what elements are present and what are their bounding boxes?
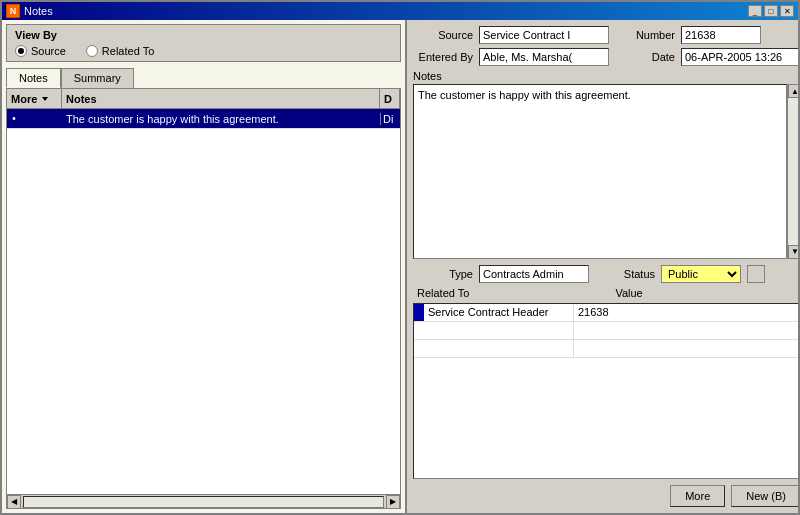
status-label: Status <box>595 268 655 280</box>
bottom-buttons: More New (B) <box>413 485 798 507</box>
radio-related-label: Related To <box>102 45 154 57</box>
view-by-label: View By <box>15 29 392 41</box>
table-row[interactable]: • The customer is happy with this agreem… <box>7 109 400 129</box>
radio-related-option[interactable]: Related To <box>86 45 154 57</box>
source-label: Source <box>413 29 473 41</box>
window-icon: N <box>6 4 20 18</box>
scroll-left-btn[interactable]: ◀ <box>7 495 21 509</box>
type-input[interactable] <box>479 265 589 283</box>
notes-vertical-scrollbar[interactable]: ▲ ▼ <box>787 84 798 259</box>
header-more: More <box>7 89 62 108</box>
entered-by-label: Entered By <box>413 51 473 63</box>
related-label-row: Related To Value <box>413 287 798 299</box>
number-label: Number <box>615 29 675 41</box>
horizontal-scrollbar[interactable]: ◀ ▶ <box>7 494 400 508</box>
related-col-name <box>424 340 574 357</box>
type-status-row: Type Status Public Private <box>413 265 798 283</box>
right-panel: Source Number Entered By Date Notes The … <box>407 20 798 513</box>
header-d: D <box>380 89 400 108</box>
radio-source-btn[interactable] <box>15 45 27 57</box>
left-panel: View By Source Related To Notes Summary <box>2 20 407 513</box>
more-chevron-icon <box>42 97 48 101</box>
related-col-name <box>424 322 574 339</box>
notes-list: More Notes D • The customer is happy wit… <box>6 88 401 509</box>
radio-group: Source Related To <box>15 45 392 57</box>
related-col-name: Service Contract Header <box>424 304 574 321</box>
notes-textarea[interactable]: The customer is happy with this agreemen… <box>413 84 787 259</box>
radio-related-btn[interactable] <box>86 45 98 57</box>
date-input[interactable] <box>681 48 798 66</box>
notes-window: N Notes _ □ ✕ View By Source <box>0 0 800 515</box>
type-label: Type <box>413 268 473 280</box>
scroll-up-btn[interactable]: ▲ <box>788 84 798 98</box>
related-row[interactable] <box>414 322 798 340</box>
minimize-button[interactable]: _ <box>748 5 762 17</box>
related-table-body: Service Contract Header 21638 <box>414 304 798 479</box>
scrollbar-track[interactable] <box>23 496 384 508</box>
close-button[interactable]: ✕ <box>780 5 794 17</box>
related-row[interactable]: Service Contract Header 21638 <box>414 304 798 322</box>
more-button[interactable]: More <box>670 485 725 507</box>
value-label: Value <box>615 287 798 299</box>
main-content: View By Source Related To Notes Summary <box>2 20 798 513</box>
status-extra-btn[interactable] <box>747 265 765 283</box>
notes-label: Notes <box>413 70 798 82</box>
list-header: More Notes D <box>7 89 400 109</box>
related-col-value <box>574 340 798 357</box>
restore-button[interactable]: □ <box>764 5 778 17</box>
related-to-label: Related To <box>417 287 469 299</box>
tab-notes[interactable]: Notes <box>6 68 61 88</box>
date-label: Date <box>615 51 675 63</box>
list-body: • The customer is happy with this agreem… <box>7 109 400 494</box>
scroll-down-btn[interactable]: ▼ <box>788 245 798 259</box>
entered-by-row: Entered By Date <box>413 48 798 66</box>
header-notes: Notes <box>62 89 380 108</box>
related-col-value: 21638 <box>574 304 798 321</box>
tab-summary[interactable]: Summary <box>61 68 134 88</box>
view-by-section: View By Source Related To <box>6 24 401 62</box>
row-indicator: • <box>7 113 21 124</box>
related-row-indicator <box>414 304 424 321</box>
title-bar: N Notes _ □ ✕ <box>2 2 798 20</box>
number-input[interactable] <box>681 26 761 44</box>
source-input[interactable] <box>479 26 609 44</box>
radio-source-label: Source <box>31 45 66 57</box>
entered-by-input[interactable] <box>479 48 609 66</box>
related-row[interactable] <box>414 340 798 358</box>
tabs-section: Notes Summary <box>6 68 401 88</box>
new-button[interactable]: New (B) <box>731 485 798 507</box>
radio-source-option[interactable]: Source <box>15 45 66 57</box>
notes-textarea-container: The customer is happy with this agreemen… <box>413 84 798 259</box>
row-d: Di <box>380 113 400 125</box>
row-notes: The customer is happy with this agreemen… <box>62 113 380 125</box>
related-col-value <box>574 322 798 339</box>
status-select[interactable]: Public Private <box>661 265 741 283</box>
scroll-right-btn[interactable]: ▶ <box>386 495 400 509</box>
source-number-row: Source Number <box>413 26 798 44</box>
window-title: Notes <box>24 5 53 17</box>
vscroll-track[interactable] <box>788 98 798 245</box>
related-table: Service Contract Header 21638 <box>413 303 798 480</box>
